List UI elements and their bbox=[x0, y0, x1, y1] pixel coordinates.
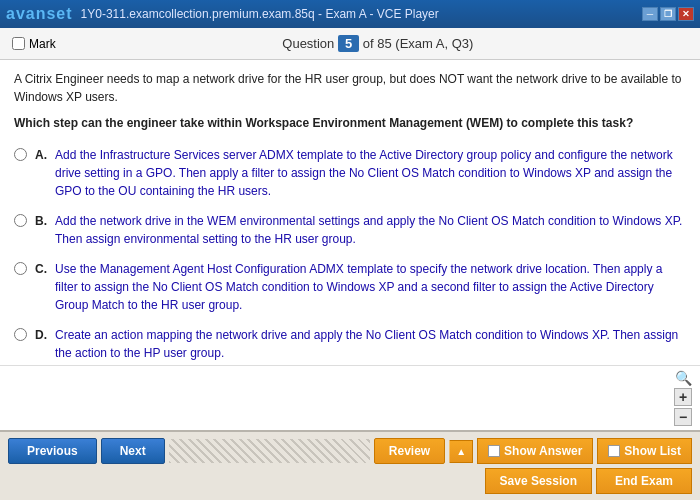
review-arrow-button[interactable]: ▲ bbox=[449, 440, 473, 463]
close-button[interactable]: ✕ bbox=[678, 7, 694, 21]
main-window: Mark Question 5 of 85 (Exam A, Q3) A Cit… bbox=[0, 28, 700, 500]
question-number-container: Question 5 of 85 (Exam A, Q3) bbox=[68, 35, 688, 52]
answer-letter-d: D. bbox=[35, 326, 47, 344]
restore-button[interactable]: ❐ bbox=[660, 7, 676, 21]
question-number-badge: 5 bbox=[338, 35, 359, 52]
answer-option-c: C. Use the Management Agent Host Configu… bbox=[14, 258, 686, 316]
mark-checkbox[interactable]: Mark bbox=[12, 37, 56, 51]
save-session-button[interactable]: Save Session bbox=[485, 468, 592, 494]
answer-letter-a: A. bbox=[35, 146, 47, 164]
previous-button[interactable]: Previous bbox=[8, 438, 97, 464]
search-icon[interactable]: 🔍 bbox=[675, 370, 692, 386]
question-total: of 85 (Exam A, Q3) bbox=[363, 36, 474, 51]
answer-text-d[interactable]: Create an action mapping the network dri… bbox=[55, 326, 686, 362]
app-logo: avanset bbox=[6, 5, 73, 23]
window-controls: ─ ❐ ✕ bbox=[642, 7, 694, 21]
answer-letter-b: B. bbox=[35, 212, 47, 230]
show-answer-label: Show Answer bbox=[504, 444, 582, 458]
window-title: 1Y0-311.examcollection.premium.exam.85q … bbox=[81, 7, 439, 21]
zoom-area: 🔍 + − bbox=[0, 365, 700, 430]
zoom-in-button[interactable]: + bbox=[674, 388, 692, 406]
answer-option-a: A. Add the Infrastructure Services serve… bbox=[14, 144, 686, 202]
radio-a[interactable] bbox=[14, 148, 27, 161]
end-exam-button[interactable]: End Exam bbox=[596, 468, 692, 494]
show-list-icon bbox=[608, 445, 620, 457]
question-content: A Citrix Engineer needs to map a network… bbox=[0, 60, 700, 365]
mark-input[interactable] bbox=[12, 37, 25, 50]
answer-text-c[interactable]: Use the Management Agent Host Configurat… bbox=[55, 260, 686, 314]
next-button[interactable]: Next bbox=[101, 438, 165, 464]
question-label: Question bbox=[282, 36, 334, 51]
question-header: Mark Question 5 of 85 (Exam A, Q3) bbox=[0, 28, 700, 60]
show-list-label: Show List bbox=[624, 444, 681, 458]
question-scenario: A Citrix Engineer needs to map a network… bbox=[14, 70, 686, 106]
radio-c[interactable] bbox=[14, 262, 27, 275]
logo-part1: avan bbox=[6, 5, 46, 22]
answer-letter-c: C. bbox=[35, 260, 47, 278]
question-task: Which step can the engineer take within … bbox=[14, 114, 686, 132]
zoom-out-button[interactable]: − bbox=[674, 408, 692, 426]
radio-d[interactable] bbox=[14, 328, 27, 341]
answer-text-a[interactable]: Add the Infrastructure Services server A… bbox=[55, 146, 686, 200]
answer-option-b: B. Add the network drive in the WEM envi… bbox=[14, 210, 686, 250]
review-button[interactable]: Review bbox=[374, 438, 445, 464]
logo-part2: set bbox=[46, 5, 72, 22]
show-list-button[interactable]: Show List bbox=[597, 438, 692, 464]
mark-label: Mark bbox=[29, 37, 56, 51]
answer-text-b[interactable]: Add the network drive in the WEM environ… bbox=[55, 212, 686, 248]
answer-option-d: D. Create an action mapping the network … bbox=[14, 324, 686, 364]
title-bar: avanset 1Y0-311.examcollection.premium.e… bbox=[0, 0, 700, 28]
show-answer-icon bbox=[488, 445, 500, 457]
minimize-button[interactable]: ─ bbox=[642, 7, 658, 21]
radio-b[interactable] bbox=[14, 214, 27, 227]
hatch-pattern-left bbox=[169, 439, 370, 463]
title-bar-left: avanset 1Y0-311.examcollection.premium.e… bbox=[6, 5, 439, 23]
bottom-toolbar: Previous Next Review ▲ Show Answer Show … bbox=[0, 430, 700, 500]
toolbar-row1: Previous Next Review ▲ Show Answer Show … bbox=[8, 438, 692, 464]
show-answer-button[interactable]: Show Answer bbox=[477, 438, 593, 464]
toolbar-row2: Save Session End Exam bbox=[8, 468, 692, 494]
